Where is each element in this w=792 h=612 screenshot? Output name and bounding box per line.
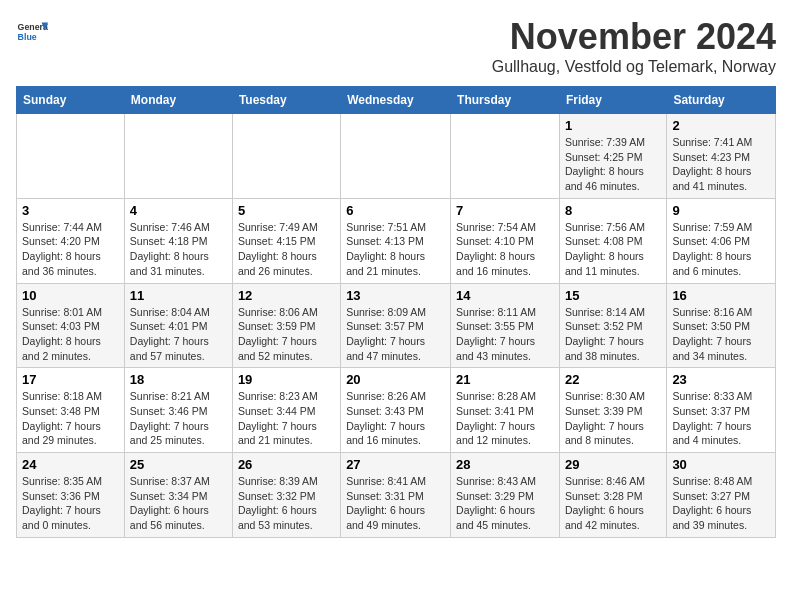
day-number: 11 (130, 288, 227, 303)
day-number: 27 (346, 457, 445, 472)
calendar-cell: 23Sunrise: 8:33 AM Sunset: 3:37 PM Dayli… (667, 368, 776, 453)
day-number: 17 (22, 372, 119, 387)
day-number: 14 (456, 288, 554, 303)
svg-text:Blue: Blue (18, 32, 37, 42)
calendar-cell: 18Sunrise: 8:21 AM Sunset: 3:46 PM Dayli… (124, 368, 232, 453)
calendar-cell: 17Sunrise: 8:18 AM Sunset: 3:48 PM Dayli… (17, 368, 125, 453)
day-number: 21 (456, 372, 554, 387)
calendar-cell: 29Sunrise: 8:46 AM Sunset: 3:28 PM Dayli… (559, 453, 666, 538)
subtitle: Gullhaug, Vestfold og Telemark, Norway (492, 58, 776, 76)
day-detail: Sunrise: 8:46 AM Sunset: 3:28 PM Dayligh… (565, 474, 661, 533)
day-detail: Sunrise: 8:28 AM Sunset: 3:41 PM Dayligh… (456, 389, 554, 448)
day-detail: Sunrise: 8:37 AM Sunset: 3:34 PM Dayligh… (130, 474, 227, 533)
calendar-cell: 11Sunrise: 8:04 AM Sunset: 4:01 PM Dayli… (124, 283, 232, 368)
calendar-cell: 22Sunrise: 8:30 AM Sunset: 3:39 PM Dayli… (559, 368, 666, 453)
calendar-cell: 30Sunrise: 8:48 AM Sunset: 3:27 PM Dayli… (667, 453, 776, 538)
day-detail: Sunrise: 7:51 AM Sunset: 4:13 PM Dayligh… (346, 220, 445, 279)
day-detail: Sunrise: 8:23 AM Sunset: 3:44 PM Dayligh… (238, 389, 335, 448)
day-number: 3 (22, 203, 119, 218)
calendar-week-row: 3Sunrise: 7:44 AM Sunset: 4:20 PM Daylig… (17, 198, 776, 283)
calendar-cell: 12Sunrise: 8:06 AM Sunset: 3:59 PM Dayli… (232, 283, 340, 368)
day-header: Tuesday (232, 87, 340, 114)
calendar-cell: 14Sunrise: 8:11 AM Sunset: 3:55 PM Dayli… (451, 283, 560, 368)
day-detail: Sunrise: 8:06 AM Sunset: 3:59 PM Dayligh… (238, 305, 335, 364)
logo: General Blue (16, 16, 48, 48)
day-detail: Sunrise: 8:09 AM Sunset: 3:57 PM Dayligh… (346, 305, 445, 364)
day-detail: Sunrise: 7:39 AM Sunset: 4:25 PM Dayligh… (565, 135, 661, 194)
calendar-cell: 5Sunrise: 7:49 AM Sunset: 4:15 PM Daylig… (232, 198, 340, 283)
day-detail: Sunrise: 8:41 AM Sunset: 3:31 PM Dayligh… (346, 474, 445, 533)
day-number: 4 (130, 203, 227, 218)
day-number: 7 (456, 203, 554, 218)
calendar-cell (451, 114, 560, 199)
day-number: 1 (565, 118, 661, 133)
day-number: 18 (130, 372, 227, 387)
day-detail: Sunrise: 8:43 AM Sunset: 3:29 PM Dayligh… (456, 474, 554, 533)
day-number: 25 (130, 457, 227, 472)
day-header: Sunday (17, 87, 125, 114)
day-number: 5 (238, 203, 335, 218)
day-header: Wednesday (341, 87, 451, 114)
day-number: 19 (238, 372, 335, 387)
day-detail: Sunrise: 8:01 AM Sunset: 4:03 PM Dayligh… (22, 305, 119, 364)
day-detail: Sunrise: 7:54 AM Sunset: 4:10 PM Dayligh… (456, 220, 554, 279)
calendar-cell: 16Sunrise: 8:16 AM Sunset: 3:50 PM Dayli… (667, 283, 776, 368)
day-number: 23 (672, 372, 770, 387)
day-detail: Sunrise: 7:49 AM Sunset: 4:15 PM Dayligh… (238, 220, 335, 279)
calendar-cell: 6Sunrise: 7:51 AM Sunset: 4:13 PM Daylig… (341, 198, 451, 283)
day-number: 8 (565, 203, 661, 218)
day-number: 6 (346, 203, 445, 218)
calendar-cell: 25Sunrise: 8:37 AM Sunset: 3:34 PM Dayli… (124, 453, 232, 538)
day-detail: Sunrise: 8:18 AM Sunset: 3:48 PM Dayligh… (22, 389, 119, 448)
day-number: 9 (672, 203, 770, 218)
day-detail: Sunrise: 8:21 AM Sunset: 3:46 PM Dayligh… (130, 389, 227, 448)
calendar-cell: 28Sunrise: 8:43 AM Sunset: 3:29 PM Dayli… (451, 453, 560, 538)
day-number: 30 (672, 457, 770, 472)
calendar-week-row: 1Sunrise: 7:39 AM Sunset: 4:25 PM Daylig… (17, 114, 776, 199)
calendar-cell: 7Sunrise: 7:54 AM Sunset: 4:10 PM Daylig… (451, 198, 560, 283)
day-header: Saturday (667, 87, 776, 114)
calendar-cell: 27Sunrise: 8:41 AM Sunset: 3:31 PM Dayli… (341, 453, 451, 538)
day-detail: Sunrise: 8:48 AM Sunset: 3:27 PM Dayligh… (672, 474, 770, 533)
calendar-cell: 19Sunrise: 8:23 AM Sunset: 3:44 PM Dayli… (232, 368, 340, 453)
calendar-cell: 24Sunrise: 8:35 AM Sunset: 3:36 PM Dayli… (17, 453, 125, 538)
day-detail: Sunrise: 8:11 AM Sunset: 3:55 PM Dayligh… (456, 305, 554, 364)
day-detail: Sunrise: 8:39 AM Sunset: 3:32 PM Dayligh… (238, 474, 335, 533)
day-number: 13 (346, 288, 445, 303)
day-detail: Sunrise: 8:16 AM Sunset: 3:50 PM Dayligh… (672, 305, 770, 364)
day-detail: Sunrise: 7:41 AM Sunset: 4:23 PM Dayligh… (672, 135, 770, 194)
day-number: 20 (346, 372, 445, 387)
calendar-cell: 8Sunrise: 7:56 AM Sunset: 4:08 PM Daylig… (559, 198, 666, 283)
day-detail: Sunrise: 8:33 AM Sunset: 3:37 PM Dayligh… (672, 389, 770, 448)
month-title: November 2024 (492, 16, 776, 58)
title-area: November 2024 Gullhaug, Vestfold og Tele… (492, 16, 776, 76)
calendar-week-row: 17Sunrise: 8:18 AM Sunset: 3:48 PM Dayli… (17, 368, 776, 453)
calendar-cell (341, 114, 451, 199)
calendar-table: SundayMondayTuesdayWednesdayThursdayFrid… (16, 86, 776, 538)
calendar-cell: 9Sunrise: 7:59 AM Sunset: 4:06 PM Daylig… (667, 198, 776, 283)
day-detail: Sunrise: 8:26 AM Sunset: 3:43 PM Dayligh… (346, 389, 445, 448)
calendar-cell: 3Sunrise: 7:44 AM Sunset: 4:20 PM Daylig… (17, 198, 125, 283)
calendar-header-row: SundayMondayTuesdayWednesdayThursdayFrid… (17, 87, 776, 114)
calendar-cell (17, 114, 125, 199)
day-number: 26 (238, 457, 335, 472)
day-detail: Sunrise: 7:59 AM Sunset: 4:06 PM Dayligh… (672, 220, 770, 279)
day-number: 12 (238, 288, 335, 303)
day-detail: Sunrise: 7:46 AM Sunset: 4:18 PM Dayligh… (130, 220, 227, 279)
calendar-cell: 10Sunrise: 8:01 AM Sunset: 4:03 PM Dayli… (17, 283, 125, 368)
calendar-cell: 26Sunrise: 8:39 AM Sunset: 3:32 PM Dayli… (232, 453, 340, 538)
calendar-cell: 20Sunrise: 8:26 AM Sunset: 3:43 PM Dayli… (341, 368, 451, 453)
day-number: 28 (456, 457, 554, 472)
day-header: Thursday (451, 87, 560, 114)
calendar-cell: 13Sunrise: 8:09 AM Sunset: 3:57 PM Dayli… (341, 283, 451, 368)
calendar-body: 1Sunrise: 7:39 AM Sunset: 4:25 PM Daylig… (17, 114, 776, 538)
day-detail: Sunrise: 8:30 AM Sunset: 3:39 PM Dayligh… (565, 389, 661, 448)
day-header: Friday (559, 87, 666, 114)
calendar-cell: 15Sunrise: 8:14 AM Sunset: 3:52 PM Dayli… (559, 283, 666, 368)
calendar-cell: 1Sunrise: 7:39 AM Sunset: 4:25 PM Daylig… (559, 114, 666, 199)
calendar-cell: 2Sunrise: 7:41 AM Sunset: 4:23 PM Daylig… (667, 114, 776, 199)
calendar-week-row: 24Sunrise: 8:35 AM Sunset: 3:36 PM Dayli… (17, 453, 776, 538)
calendar-week-row: 10Sunrise: 8:01 AM Sunset: 4:03 PM Dayli… (17, 283, 776, 368)
header: General Blue November 2024 Gullhaug, Ves… (16, 16, 776, 76)
day-number: 29 (565, 457, 661, 472)
